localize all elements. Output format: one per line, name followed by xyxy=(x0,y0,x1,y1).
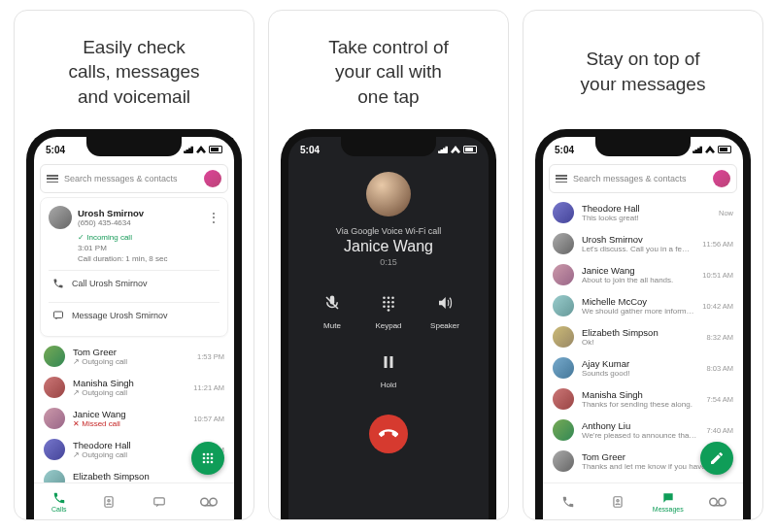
speaker-button[interactable]: Speaker xyxy=(417,288,473,330)
compose-fab[interactable] xyxy=(700,442,733,475)
account-avatar[interactable] xyxy=(713,170,730,187)
notch xyxy=(595,137,691,156)
svg-rect-26 xyxy=(385,356,388,368)
tab-calls[interactable] xyxy=(543,483,593,519)
list-item[interactable]: Manisha Singh↗ Outgoing call 11:21 AM xyxy=(34,372,234,403)
contact-number: (650) 435-4634 xyxy=(78,218,144,227)
contact-avatar xyxy=(553,388,574,410)
list-item[interactable]: Tom Greer↗ Outgoing call 1:53 PM xyxy=(34,341,234,372)
message-icon xyxy=(52,310,64,321)
notch xyxy=(86,137,182,156)
svg-point-31 xyxy=(719,498,726,506)
contact-avatar xyxy=(44,346,65,367)
mute-button[interactable]: Mute xyxy=(304,288,360,330)
list-item[interactable]: Janice WangAbout to join the all hands.1… xyxy=(543,259,743,290)
expanded-call-card[interactable]: Urosh Smirnov (650) 435-4634 ⋮ ✓ Incomin… xyxy=(40,197,228,337)
promo-panel-messages: Stay on top of your messages 5:04 Search… xyxy=(523,10,763,520)
tab-messages[interactable]: Messages xyxy=(643,483,693,519)
search-bar[interactable]: Search messages & contacts xyxy=(40,164,228,193)
pause-icon xyxy=(374,348,403,377)
promo-panel-calls: Easily check calls, messages and voicema… xyxy=(14,10,254,520)
list-item[interactable]: Theodore HallThis looks great!Now xyxy=(543,197,743,228)
panel-title: Take control of your call with one tap xyxy=(328,28,449,116)
wifi-icon xyxy=(451,146,460,153)
tab-contacts[interactable] xyxy=(84,483,135,519)
search-bar[interactable]: Search messages & contacts xyxy=(549,164,737,193)
hangup-button[interactable] xyxy=(369,415,408,453)
svg-rect-12 xyxy=(154,497,165,504)
svg-point-21 xyxy=(391,301,394,304)
signal-icon xyxy=(438,146,448,153)
menu-icon[interactable] xyxy=(556,175,567,183)
svg-point-6 xyxy=(211,457,214,460)
tab-contacts[interactable] xyxy=(593,483,644,519)
contact-avatar xyxy=(553,202,574,223)
list-item[interactable]: Elizabeth SimpsonOk!8:32 AM xyxy=(543,321,743,352)
svg-point-8 xyxy=(207,461,210,464)
signal-icon xyxy=(184,146,193,153)
svg-point-9 xyxy=(211,461,214,464)
contact-avatar xyxy=(553,326,574,348)
phone-frame: 5:04 Search messages & contacts Urosh Sm… xyxy=(26,129,242,519)
call-via-label: Via Google Voice Wi-Fi call xyxy=(336,226,441,236)
contact-avatar xyxy=(44,377,65,398)
tab-calls[interactable]: Calls xyxy=(34,483,84,519)
list-item[interactable]: Urosh SmirnovLet's discuss. Call you in … xyxy=(543,228,743,259)
wifi-icon xyxy=(196,146,206,153)
more-icon[interactable]: ⋮ xyxy=(208,216,220,220)
svg-point-3 xyxy=(211,453,214,456)
status-time: 5:04 xyxy=(300,145,320,155)
call-duration: Call duration: 1 min, 8 sec xyxy=(78,254,220,265)
tab-messages[interactable] xyxy=(134,483,185,519)
menu-icon[interactable] xyxy=(47,175,58,183)
hold-button[interactable]: Hold xyxy=(360,348,417,389)
svg-point-7 xyxy=(203,461,206,464)
contact-avatar xyxy=(44,439,65,460)
contact-avatar xyxy=(553,419,574,441)
list-item[interactable]: Michelle McCoyWe should gather more info… xyxy=(543,290,743,321)
svg-point-5 xyxy=(207,457,210,460)
svg-rect-0 xyxy=(54,312,63,318)
list-item[interactable]: Anthony LiuWe're pleased to announce tha… xyxy=(543,415,743,446)
battery-icon xyxy=(463,146,477,153)
account-avatar[interactable] xyxy=(204,170,221,187)
status-time: 5:04 xyxy=(46,145,65,155)
svg-point-16 xyxy=(383,296,386,299)
phone-frame: 5:04 Via Google Voice Wi-Fi call Janice … xyxy=(281,129,496,519)
contact-avatar xyxy=(553,450,574,472)
panel-title: Easily check calls, messages and voicema… xyxy=(68,28,199,116)
list-item[interactable]: Ajay KumarSounds good!8:03 AM xyxy=(543,352,743,383)
status-time: 5:04 xyxy=(555,145,574,155)
mute-icon xyxy=(318,288,347,317)
list-item[interactable]: Manisha SinghThanks for sending these al… xyxy=(543,383,743,415)
dialpad-fab[interactable] xyxy=(191,442,224,475)
svg-point-13 xyxy=(201,498,209,506)
svg-point-30 xyxy=(710,498,718,506)
svg-point-14 xyxy=(210,498,218,506)
notch xyxy=(341,137,436,156)
svg-point-18 xyxy=(391,296,394,299)
list-item[interactable]: Janice Wang✕ Missed call 10:57 AM xyxy=(34,403,234,434)
promo-panel-incall: Take control of your call with one tap 5… xyxy=(268,10,509,520)
svg-point-29 xyxy=(617,499,619,501)
panel-title: Stay on top of your messages xyxy=(581,28,706,116)
call-time: 3:01 PM xyxy=(78,244,220,254)
svg-point-20 xyxy=(388,301,390,304)
caller-name: Janice Wang xyxy=(344,238,433,255)
svg-point-2 xyxy=(207,453,210,456)
svg-point-17 xyxy=(388,296,390,299)
bottom-nav: Messages xyxy=(543,482,743,519)
call-back-button[interactable]: Call Urosh Smirnov xyxy=(49,270,220,296)
tab-voicemail[interactable] xyxy=(185,483,235,519)
keypad-button[interactable]: Keypad xyxy=(360,288,417,330)
phone-frame: 5:04 Search messages & contacts Theodore… xyxy=(535,129,751,519)
contact-avatar xyxy=(553,264,574,285)
messages-list: Theodore HallThis looks great!Now Urosh … xyxy=(543,197,743,477)
svg-point-11 xyxy=(108,499,110,501)
tab-voicemail[interactable] xyxy=(693,483,744,519)
phone-icon xyxy=(52,278,64,289)
message-back-button[interactable]: Message Urosh Smirnov xyxy=(49,302,220,328)
contact-avatar xyxy=(553,357,574,379)
wifi-icon xyxy=(705,146,715,153)
svg-point-19 xyxy=(383,301,386,304)
